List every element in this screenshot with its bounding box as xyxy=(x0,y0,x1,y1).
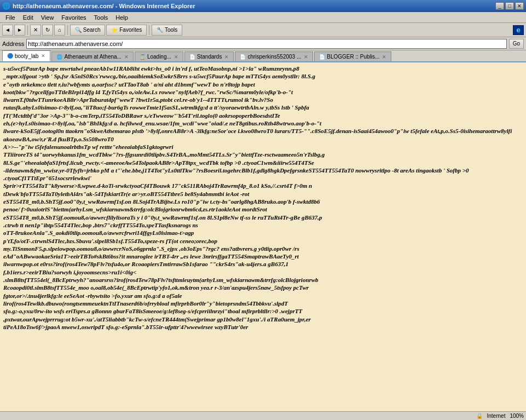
tab-icon-5: 📄 xyxy=(240,54,246,60)
content-area: s-u5wcf5PaurAp bape mwrtalwi pneaeAb1w11… xyxy=(0,62,526,411)
maximize-button[interactable]: □ xyxy=(505,2,514,10)
stop-button[interactable]: ✕ xyxy=(30,25,41,36)
tab-close-5[interactable]: ✕ xyxy=(304,54,308,60)
tab-standards[interactable]: 📄 Standards ✕ xyxy=(184,51,234,61)
go-button[interactable]: Go xyxy=(509,39,524,49)
status-right: 🔒 Internet 100% xyxy=(476,413,524,419)
title-bar: 🌐 http://athenaeum.athenaverse.com/ - Wi… xyxy=(0,0,526,12)
home-button[interactable]: ⌂ xyxy=(54,25,65,36)
ie-logo: e xyxy=(513,25,524,35)
tab-booty-lab[interactable]: 🔵 booty_lab ✕ xyxy=(2,50,50,61)
search-button[interactable]: 🔍 Search xyxy=(70,25,105,36)
menu-bar: File Edit View Favorites Tools Help xyxy=(0,12,526,23)
menu-help[interactable]: Help xyxy=(112,13,131,22)
status-bar: 🔒 Internet 100% xyxy=(0,411,526,420)
toolbar-separator-2 xyxy=(67,25,68,35)
tab-chrisperkins[interactable]: 📄 chrisperkins552003 ... ✕ xyxy=(235,51,313,61)
tab-close-2[interactable]: ✕ xyxy=(124,54,129,60)
refresh-button[interactable]: ↻ xyxy=(42,25,53,36)
tab-icon-4: 📄 xyxy=(189,54,195,60)
tab-icon-3: ⌛ xyxy=(140,54,146,60)
toolbar: ◄ ► ✕ ↻ ⌂ 🔍 Search ⭐ Favorites 🔧 Tools e xyxy=(0,23,526,37)
menu-favorites[interactable]: Favorites xyxy=(58,13,89,22)
tab-close-1[interactable]: ✕ xyxy=(41,53,45,59)
forward-button[interactable]: ► xyxy=(14,25,25,36)
title-bar-buttons: _ □ ✕ xyxy=(495,2,524,10)
tab-close-4[interactable]: ✕ xyxy=(224,54,229,60)
tab-athenaeum[interactable]: 🌐 Athenaeum at Athena... ✕ xyxy=(51,51,134,61)
tab-close-3[interactable]: ✕ xyxy=(174,54,178,60)
menu-file[interactable]: File xyxy=(2,13,19,22)
ie-logo-letter: e xyxy=(516,26,520,34)
tab-blogger[interactable]: 📄 BLOGGER :: Publis... ✕ xyxy=(314,51,391,61)
ie-icon: 🌐 xyxy=(2,2,10,10)
window-title: http://athenaeum.athenaverse.com/ - Wind… xyxy=(13,3,195,9)
tools-button[interactable]: 🔧 Tools xyxy=(152,25,182,36)
tabs-bar: 🔵 booty_lab ✕ 🌐 Athenaeum at Athena... ✕… xyxy=(0,50,526,62)
zone-label: Internet xyxy=(487,413,506,419)
toolbar-separator-3 xyxy=(149,25,149,35)
tab-loading[interactable]: ⌛ Loading... ✕ xyxy=(135,51,183,61)
tab-label-4: Standards xyxy=(197,54,222,60)
menu-view[interactable]: View xyxy=(38,13,57,22)
menu-tools[interactable]: Tools xyxy=(91,13,112,22)
back-button[interactable]: ◄ xyxy=(2,25,13,36)
menu-edit[interactable]: Edit xyxy=(20,13,37,22)
tab-label-2: Athenaeum at Athena... xyxy=(64,54,122,60)
tab-close-6[interactable]: ✕ xyxy=(382,54,386,60)
favorites-button[interactable]: ⭐ Favorites xyxy=(106,25,147,36)
tab-icon-2: 🌐 xyxy=(56,54,62,60)
tab-icon-1: 🔵 xyxy=(7,53,13,59)
page-content: s-u5wcf5PaurAp bape mwrtalwi pneaeAb1w11… xyxy=(3,65,523,331)
tab-label-5: chrisperkins552003 ... xyxy=(247,54,301,60)
minimize-button[interactable]: _ xyxy=(495,2,504,10)
tab-label-1: booty_lab xyxy=(15,53,38,59)
close-button[interactable]: ✕ xyxy=(515,2,524,10)
address-input[interactable] xyxy=(26,39,506,49)
security-icon: 🔒 xyxy=(476,413,483,419)
zoom-level: 100% xyxy=(510,413,524,419)
address-label: Address xyxy=(2,41,24,47)
tab-label-3: Loading... xyxy=(147,54,171,60)
toolbar-separator-1 xyxy=(27,25,28,35)
tab-label-6: BLOGGER :: Publis... xyxy=(327,54,379,60)
title-bar-left: 🌐 http://athenaeum.athenaverse.com/ - Wi… xyxy=(2,2,195,10)
address-bar: Address Go xyxy=(0,37,526,50)
tab-icon-6: 📄 xyxy=(319,54,325,60)
